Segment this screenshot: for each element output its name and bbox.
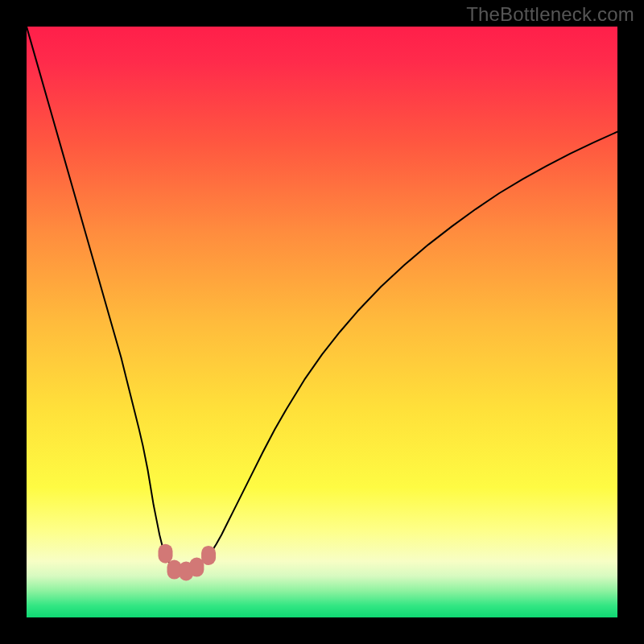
gradient-background — [27, 27, 617, 617]
watermark-text: TheBottleneck.com — [466, 3, 634, 26]
curve-marker — [201, 546, 216, 565]
plot-area — [27, 27, 617, 617]
curve-marker — [158, 544, 172, 564]
chart-frame: TheBottleneck.com — [0, 0, 644, 644]
plot-svg — [27, 27, 617, 617]
